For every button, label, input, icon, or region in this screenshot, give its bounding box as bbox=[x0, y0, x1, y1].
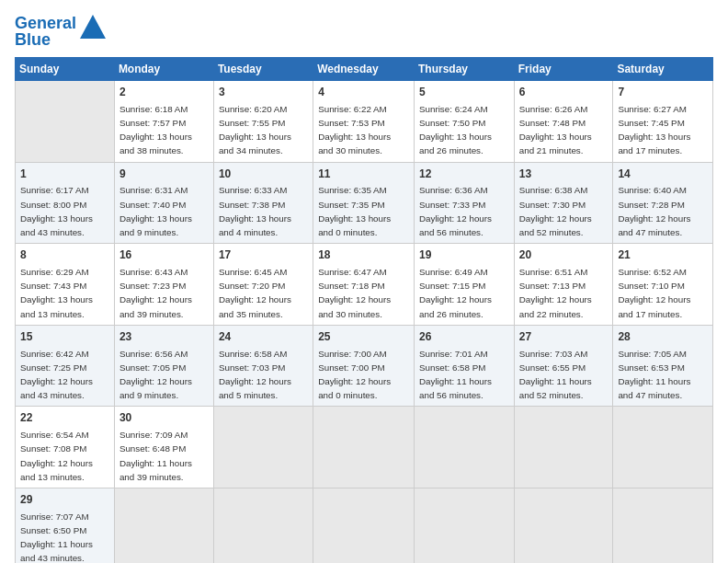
calendar-day-header: Tuesday bbox=[213, 58, 313, 81]
calendar-cell: 24Sunrise: 6:58 AM Sunset: 7:03 PM Dayli… bbox=[213, 325, 313, 407]
day-info: Sunrise: 6:22 AM Sunset: 7:53 PM Dayligh… bbox=[318, 104, 391, 156]
calendar-cell: 5Sunrise: 6:24 AM Sunset: 7:50 PM Daylig… bbox=[415, 81, 515, 163]
day-info: Sunrise: 6:40 AM Sunset: 7:28 PM Dayligh… bbox=[618, 185, 690, 237]
day-info: Sunrise: 6:33 AM Sunset: 7:38 PM Dayligh… bbox=[219, 185, 291, 237]
calendar-cell: 12Sunrise: 6:36 AM Sunset: 7:33 PM Dayli… bbox=[415, 162, 515, 244]
calendar-week-row: 2Sunrise: 6:18 AM Sunset: 7:57 PM Daylig… bbox=[16, 81, 713, 163]
day-number: 26 bbox=[419, 329, 509, 345]
calendar-cell: 6Sunrise: 6:26 AM Sunset: 7:48 PM Daylig… bbox=[514, 81, 613, 163]
day-number: 28 bbox=[618, 329, 708, 345]
calendar-cell: 29Sunrise: 7:07 AM Sunset: 6:50 PM Dayli… bbox=[16, 488, 115, 563]
calendar-cell: 15Sunrise: 6:42 AM Sunset: 7:25 PM Dayli… bbox=[16, 325, 115, 407]
day-number: 16 bbox=[119, 247, 209, 263]
day-info: Sunrise: 6:43 AM Sunset: 7:23 PM Dayligh… bbox=[119, 267, 192, 319]
day-number: 10 bbox=[219, 167, 308, 182]
calendar-cell bbox=[313, 488, 415, 563]
day-number: 17 bbox=[219, 247, 308, 263]
day-number: 21 bbox=[618, 247, 708, 263]
calendar-day-header: Friday bbox=[514, 58, 613, 81]
day-info: Sunrise: 7:09 AM Sunset: 6:48 PM Dayligh… bbox=[119, 430, 192, 482]
day-number: 30 bbox=[119, 410, 209, 426]
day-number: 22 bbox=[20, 410, 109, 426]
calendar-cell: 27Sunrise: 7:03 AM Sunset: 6:55 PM Dayli… bbox=[514, 325, 613, 407]
calendar-cell: 28Sunrise: 7:05 AM Sunset: 6:53 PM Dayli… bbox=[613, 325, 713, 407]
day-number: 9 bbox=[119, 167, 209, 182]
calendar-cell bbox=[213, 407, 313, 488]
calendar-day-header: Monday bbox=[114, 58, 213, 81]
day-info: Sunrise: 6:35 AM Sunset: 7:35 PM Dayligh… bbox=[318, 185, 391, 237]
day-info: Sunrise: 6:31 AM Sunset: 7:40 PM Dayligh… bbox=[119, 185, 192, 237]
svg-marker-0 bbox=[80, 15, 106, 39]
day-number: 19 bbox=[419, 247, 509, 263]
calendar-cell: 18Sunrise: 6:47 AM Sunset: 7:18 PM Dayli… bbox=[313, 244, 415, 326]
calendar-cell: 20Sunrise: 6:51 AM Sunset: 7:13 PM Dayli… bbox=[514, 244, 613, 326]
calendar-cell: 23Sunrise: 6:56 AM Sunset: 7:05 PM Dayli… bbox=[114, 325, 213, 407]
day-info: Sunrise: 6:54 AM Sunset: 7:08 PM Dayligh… bbox=[20, 430, 93, 482]
calendar-cell bbox=[415, 488, 515, 563]
day-number: 8 bbox=[20, 247, 109, 263]
calendar-cell: 14Sunrise: 6:40 AM Sunset: 7:28 PM Dayli… bbox=[613, 162, 713, 244]
day-number: 13 bbox=[519, 167, 609, 182]
calendar-cell: 8Sunrise: 6:29 AM Sunset: 7:43 PM Daylig… bbox=[16, 244, 115, 326]
day-info: Sunrise: 6:18 AM Sunset: 7:57 PM Dayligh… bbox=[119, 104, 192, 156]
day-info: Sunrise: 6:56 AM Sunset: 7:05 PM Dayligh… bbox=[119, 349, 192, 401]
calendar-cell: 26Sunrise: 7:01 AM Sunset: 6:58 PM Dayli… bbox=[415, 325, 515, 407]
day-info: Sunrise: 7:07 AM Sunset: 6:50 PM Dayligh… bbox=[20, 511, 93, 563]
calendar-day-header: Sunday bbox=[16, 58, 115, 81]
calendar-header-row: SundayMondayTuesdayWednesdayThursdayFrid… bbox=[16, 58, 713, 81]
calendar-week-row: 15Sunrise: 6:42 AM Sunset: 7:25 PM Dayli… bbox=[16, 325, 713, 407]
day-number: 20 bbox=[519, 247, 609, 263]
calendar-cell: 16Sunrise: 6:43 AM Sunset: 7:23 PM Dayli… bbox=[114, 244, 213, 326]
page: General Blue SundayMondayTuesdayWednesda… bbox=[0, 0, 728, 563]
day-info: Sunrise: 6:24 AM Sunset: 7:50 PM Dayligh… bbox=[419, 104, 492, 156]
logo: General Blue bbox=[15, 15, 108, 48]
calendar-week-row: 1Sunrise: 6:17 AM Sunset: 8:00 PM Daylig… bbox=[16, 162, 713, 244]
day-number: 3 bbox=[219, 85, 308, 100]
calendar-cell: 19Sunrise: 6:49 AM Sunset: 7:15 PM Dayli… bbox=[415, 244, 515, 326]
calendar-cell bbox=[213, 488, 313, 563]
day-number: 6 bbox=[519, 85, 609, 100]
calendar-cell: 21Sunrise: 6:52 AM Sunset: 7:10 PM Dayli… bbox=[613, 244, 713, 326]
day-number: 4 bbox=[318, 85, 409, 100]
day-info: Sunrise: 6:36 AM Sunset: 7:33 PM Dayligh… bbox=[419, 185, 492, 237]
calendar-cell: 7Sunrise: 6:27 AM Sunset: 7:45 PM Daylig… bbox=[613, 81, 713, 163]
day-info: Sunrise: 6:45 AM Sunset: 7:20 PM Dayligh… bbox=[219, 267, 291, 319]
calendar-day-header: Saturday bbox=[613, 58, 713, 81]
calendar-week-row: 8Sunrise: 6:29 AM Sunset: 7:43 PM Daylig… bbox=[16, 244, 713, 326]
calendar-cell: 2Sunrise: 6:18 AM Sunset: 7:57 PM Daylig… bbox=[114, 81, 213, 163]
day-info: Sunrise: 6:17 AM Sunset: 8:00 PM Dayligh… bbox=[20, 185, 93, 237]
calendar-cell: 13Sunrise: 6:38 AM Sunset: 7:30 PM Dayli… bbox=[514, 162, 613, 244]
day-number: 1 bbox=[20, 167, 109, 182]
day-number: 12 bbox=[419, 167, 509, 182]
day-info: Sunrise: 6:20 AM Sunset: 7:55 PM Dayligh… bbox=[219, 104, 291, 156]
day-info: Sunrise: 6:49 AM Sunset: 7:15 PM Dayligh… bbox=[419, 267, 492, 319]
calendar-table: SundayMondayTuesdayWednesdayThursdayFrid… bbox=[15, 57, 713, 563]
calendar-cell bbox=[613, 407, 713, 488]
calendar-cell bbox=[16, 81, 115, 163]
day-number: 15 bbox=[20, 329, 109, 345]
day-number: 27 bbox=[519, 329, 609, 345]
day-info: Sunrise: 6:52 AM Sunset: 7:10 PM Dayligh… bbox=[618, 267, 690, 319]
day-info: Sunrise: 6:38 AM Sunset: 7:30 PM Dayligh… bbox=[519, 185, 592, 237]
day-info: Sunrise: 6:47 AM Sunset: 7:18 PM Dayligh… bbox=[318, 267, 391, 319]
day-info: Sunrise: 6:58 AM Sunset: 7:03 PM Dayligh… bbox=[219, 349, 291, 401]
day-number: 7 bbox=[618, 85, 708, 100]
day-number: 14 bbox=[618, 167, 708, 182]
calendar-week-row: 22Sunrise: 6:54 AM Sunset: 7:08 PM Dayli… bbox=[16, 407, 713, 488]
calendar-cell: 4Sunrise: 6:22 AM Sunset: 7:53 PM Daylig… bbox=[313, 81, 415, 163]
calendar-day-header: Thursday bbox=[415, 58, 515, 81]
logo-icon bbox=[78, 13, 108, 42]
day-number: 2 bbox=[119, 85, 209, 100]
day-info: Sunrise: 7:00 AM Sunset: 7:00 PM Dayligh… bbox=[318, 349, 391, 401]
day-number: 5 bbox=[419, 85, 509, 100]
calendar-cell bbox=[613, 488, 713, 563]
day-info: Sunrise: 6:26 AM Sunset: 7:48 PM Dayligh… bbox=[519, 104, 592, 156]
calendar-cell: 22Sunrise: 6:54 AM Sunset: 7:08 PM Dayli… bbox=[16, 407, 115, 488]
day-number: 11 bbox=[318, 167, 409, 182]
calendar-cell bbox=[415, 407, 515, 488]
calendar-cell bbox=[514, 407, 613, 488]
calendar-cell: 10Sunrise: 6:33 AM Sunset: 7:38 PM Dayli… bbox=[213, 162, 313, 244]
day-number: 25 bbox=[318, 329, 409, 345]
calendar-cell: 30Sunrise: 7:09 AM Sunset: 6:48 PM Dayli… bbox=[114, 407, 213, 488]
day-info: Sunrise: 6:27 AM Sunset: 7:45 PM Dayligh… bbox=[618, 104, 690, 156]
